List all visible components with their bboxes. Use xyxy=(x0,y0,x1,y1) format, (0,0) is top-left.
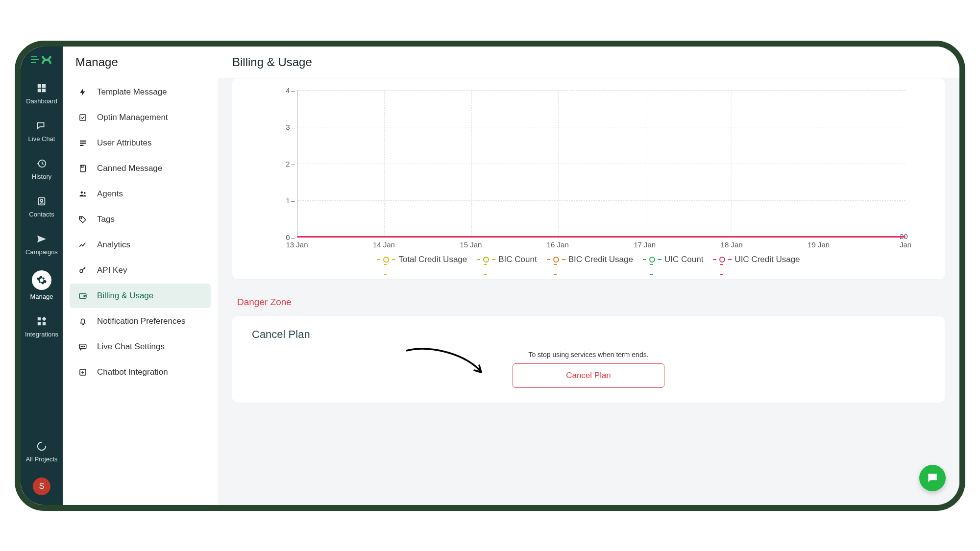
nav-contacts[interactable]: Contacts xyxy=(25,195,58,218)
nav-dashboard[interactable]: Dashboard xyxy=(25,82,58,105)
y-tick: 4 xyxy=(285,86,295,94)
menu-optin-management[interactable]: Optin Management xyxy=(70,105,211,130)
menu-user-attributes[interactable]: User Attributes xyxy=(70,131,211,155)
history-icon xyxy=(35,157,48,170)
svg-rect-3 xyxy=(38,84,41,87)
pointer-arrow-icon xyxy=(404,347,492,381)
tag-icon xyxy=(77,214,88,225)
svg-point-29 xyxy=(84,346,85,347)
send-icon xyxy=(35,233,48,245)
menu-api-key[interactable]: API Key xyxy=(70,258,211,283)
usage-chart: 01234 13 Jan14 Jan15 Jan16 Jan17 Jan18 J… xyxy=(271,90,906,247)
legend-item: BIC Credit Usage xyxy=(547,255,633,264)
svg-rect-17 xyxy=(80,144,84,145)
legend-label: BIC Count xyxy=(498,255,537,264)
nav-all-projects[interactable]: All Projects xyxy=(21,440,63,463)
nav-history[interactable]: History xyxy=(25,157,58,180)
nav-label: Manage xyxy=(30,293,53,300)
menu-live-chat-settings[interactable]: Live Chat Settings xyxy=(70,335,211,359)
chat-bubble-icon xyxy=(926,472,939,484)
nav-label: All Projects xyxy=(25,455,57,463)
cancel-plan-button[interactable]: Cancel Plan xyxy=(513,363,664,388)
legend-item: Total Credit Usage xyxy=(377,255,467,264)
menu-label: Tags xyxy=(97,215,115,224)
svg-point-20 xyxy=(84,192,86,193)
menu-label: Live Chat Settings xyxy=(97,342,165,352)
svg-point-28 xyxy=(82,346,83,347)
svg-point-21 xyxy=(81,217,82,218)
menu-chatbot-integration[interactable]: Chatbot Integration xyxy=(70,360,211,384)
checkbox-icon xyxy=(77,112,88,123)
nav-label: History xyxy=(32,173,51,180)
menu-label: Agents xyxy=(97,189,123,199)
svg-rect-10 xyxy=(38,317,41,320)
nav-integrations[interactable]: Integrations xyxy=(25,315,58,338)
bars-icon xyxy=(77,138,88,148)
menu-template-message[interactable]: Template Message xyxy=(70,80,211,104)
nav-label: Campaigns xyxy=(25,248,58,256)
nav-label: Dashboard xyxy=(26,97,57,105)
menu-analytics[interactable]: Analytics xyxy=(70,233,211,257)
topbar: Billing & Usage xyxy=(218,47,959,78)
legend-label: BIC Credit Usage xyxy=(568,255,633,264)
nav-live-chat[interactable]: Live Chat xyxy=(25,120,58,143)
spinner-icon xyxy=(35,440,48,453)
avatar[interactable]: S xyxy=(33,478,50,495)
widgets-icon xyxy=(35,315,48,328)
menu-label: Chatbot Integration xyxy=(97,367,168,377)
message-icon xyxy=(77,341,88,352)
legend-label: UIC Credit Usage xyxy=(735,255,800,264)
plus-box-icon xyxy=(77,367,88,378)
svg-rect-15 xyxy=(80,140,86,141)
bell-icon xyxy=(77,316,88,327)
content[interactable]: 01234 13 Jan14 Jan15 Jan16 Jan17 Jan18 J… xyxy=(218,78,959,505)
legend-item: UIC Credit Usage xyxy=(713,255,800,264)
svg-rect-16 xyxy=(80,143,86,144)
svg-point-27 xyxy=(81,346,82,347)
x-tick: 20 Jan xyxy=(900,232,911,249)
x-tick: 17 Jan xyxy=(634,240,656,249)
x-tick: 15 Jan xyxy=(460,240,482,249)
svg-rect-11 xyxy=(38,322,41,325)
svg-point-22 xyxy=(80,269,83,272)
menu-label: Analytics xyxy=(97,240,130,250)
y-tick: 1 xyxy=(285,196,295,204)
y-tick: 3 xyxy=(285,122,295,131)
y-tick: 2 xyxy=(285,159,295,168)
menu-agents[interactable]: Agents xyxy=(70,182,211,206)
y-tick: 0 xyxy=(285,233,295,241)
legend-item: UIC Count xyxy=(643,255,703,264)
menu-billing-usage[interactable]: Billing & Usage xyxy=(70,284,211,308)
svg-rect-5 xyxy=(38,88,41,92)
nav-manage[interactable]: Manage xyxy=(25,270,58,300)
nav-label: Integrations xyxy=(25,331,58,338)
menu-label: Template Message xyxy=(97,87,167,97)
x-tick: 16 Jan xyxy=(547,240,569,249)
svg-rect-12 xyxy=(43,322,46,325)
chat-icon xyxy=(35,120,48,132)
nav-label: Contacts xyxy=(29,211,54,218)
menu-canned-message[interactable]: Canned Message xyxy=(70,156,211,181)
logo xyxy=(29,52,54,67)
key-icon xyxy=(77,265,88,276)
nav-campaigns[interactable]: Campaigns xyxy=(25,233,58,256)
menu-label: API Key xyxy=(97,265,127,275)
menu-label: Canned Message xyxy=(97,164,162,173)
menu-tags[interactable]: Tags xyxy=(70,207,211,232)
svg-point-9 xyxy=(41,199,43,201)
x-tick: 19 Jan xyxy=(808,240,830,249)
svg-point-19 xyxy=(81,191,83,193)
menu-label: Notification Preferences xyxy=(97,316,185,326)
analytics-icon xyxy=(77,240,88,250)
cancel-plan-card: Cancel Plan To stop using services when … xyxy=(232,316,945,403)
chat-fab[interactable] xyxy=(919,465,946,491)
legend-item: BIC Count xyxy=(477,255,537,264)
svg-rect-14 xyxy=(80,115,86,120)
dashboard-icon xyxy=(35,82,48,95)
menu-notification-preferences[interactable]: Notification Preferences xyxy=(70,309,211,334)
menu-label: Optin Management xyxy=(97,113,168,122)
svg-rect-13 xyxy=(42,316,47,321)
legend-label: UIC Count xyxy=(664,255,703,264)
avatar-initial: S xyxy=(39,482,45,491)
page-title: Billing & Usage xyxy=(232,55,945,69)
